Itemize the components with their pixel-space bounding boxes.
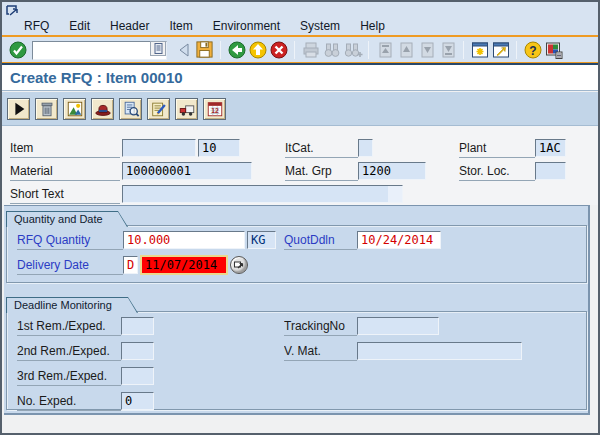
item-details-button[interactable]: [119, 98, 142, 120]
previous-page-button: [395, 39, 416, 60]
menu-edit[interactable]: Edit: [59, 17, 100, 35]
item-doc-field[interactable]: [122, 139, 196, 157]
rfq-quantity-field[interactable]: 10.000: [123, 231, 245, 249]
v-mat-label: V. Mat.: [284, 344, 357, 361]
short-text-field[interactable]: [122, 185, 403, 203]
quantity-and-date-tab: Quantity and Date: [6, 211, 128, 227]
delete-button[interactable]: [35, 98, 58, 120]
deadline-monitoring-tab: Deadline Monitoring: [6, 297, 138, 313]
toolbar-separator: [368, 41, 369, 59]
last-page-button: [437, 39, 458, 60]
magnifier-document-icon: [122, 100, 140, 118]
texts-button[interactable]: [147, 98, 170, 120]
date-category-field[interactable]: D: [123, 256, 138, 274]
back-button[interactable]: [226, 39, 247, 60]
stor-loc-field[interactable]: [535, 162, 566, 180]
menu-help[interactable]: Help: [350, 17, 395, 35]
rem3-label: 3rd Rem./Exped.: [17, 369, 121, 386]
find-button: [321, 39, 342, 60]
delivery-schedule-button[interactable]: 12: [203, 98, 226, 120]
left-triangle-icon: [177, 42, 191, 58]
material-field[interactable]: 100000001: [122, 162, 252, 180]
quot-ddln-label: QuotDdln: [284, 233, 357, 250]
check-circle-icon: [8, 40, 28, 60]
menu-bar: RFQ Edit Header Item Environment System …: [2, 16, 598, 35]
no-exped-label: No. Exped.: [17, 394, 121, 411]
itcat-label: ItCat.: [285, 141, 358, 158]
binoculars-icon: [322, 40, 342, 60]
tracking-no-label: TrackingNo: [284, 319, 357, 336]
list-icon: [154, 43, 163, 54]
no-exped-field[interactable]: 0: [121, 392, 154, 410]
trash-icon: [38, 100, 56, 118]
print-button: [300, 39, 321, 60]
enter-button[interactable]: [7, 39, 28, 60]
sap-window: RFQ Edit Header Item Environment System …: [0, 0, 600, 435]
next-item-button[interactable]: [7, 98, 30, 120]
next-item-icon: [10, 100, 28, 118]
tracking-no-field[interactable]: [357, 317, 439, 335]
item-number-field[interactable]: 10: [198, 139, 240, 157]
command-field-wrap: [32, 40, 167, 59]
delivery-address-button[interactable]: [175, 98, 198, 120]
mat-grp-field[interactable]: 1200: [358, 162, 426, 180]
shortcut-icon: [491, 40, 511, 60]
page-title: Create RFQ : Item 00010: [10, 69, 183, 86]
back-arrow-icon: [227, 40, 247, 60]
exit-button[interactable]: [247, 39, 268, 60]
help-button[interactable]: ?: [522, 39, 543, 60]
rem2-label: 2nd Rem./Exped.: [17, 344, 121, 361]
stor-loc-label: Stor. Loc.: [459, 164, 535, 181]
standard-toolbar: ?: [2, 37, 598, 62]
itcat-field[interactable]: [358, 139, 373, 157]
hat-icon: [94, 100, 112, 118]
menu-rfq[interactable]: RFQ: [14, 17, 59, 35]
menu-environment[interactable]: Environment: [203, 17, 290, 35]
command-dropdown-button[interactable]: [150, 41, 166, 56]
delivery-date-field[interactable]: 11/07/2014: [140, 255, 228, 275]
short-text-label: Short Text: [10, 187, 120, 204]
deadline-monitoring-groupbox: Deadline Monitoring 1st Rem./Exped. Trac…: [6, 311, 587, 410]
find-next-button: [342, 39, 363, 60]
command-input[interactable]: [32, 41, 167, 60]
picture-icon: [66, 100, 84, 118]
help-icon: ?: [523, 40, 543, 60]
customize-layout-button[interactable]: [543, 39, 564, 60]
new-session-button[interactable]: [469, 39, 490, 60]
rem1-field[interactable]: [121, 317, 154, 335]
header-details-button[interactable]: [91, 98, 114, 120]
save-button[interactable]: [194, 39, 215, 60]
new-session-icon: [470, 40, 490, 60]
toolbar-separator: [516, 41, 517, 59]
v-mat-field[interactable]: [357, 342, 522, 360]
plant-label: Plant: [459, 141, 535, 158]
create-shortcut-button[interactable]: [490, 39, 511, 60]
menu-header[interactable]: Header: [100, 17, 159, 35]
overview-button[interactable]: [63, 98, 86, 120]
rem2-field[interactable]: [121, 342, 154, 360]
application-toolbar: 12: [2, 92, 598, 126]
quantity-and-date-groupbox: Quantity and Date RFQ Quantity 10.000 KG…: [6, 225, 587, 283]
quot-ddln-field[interactable]: 10/24/2014: [357, 231, 441, 249]
rem1-label: 1st Rem./Exped.: [17, 319, 121, 336]
next-page-icon: [417, 40, 437, 60]
hide-command-button[interactable]: [173, 39, 194, 60]
pencil-note-icon: [150, 100, 168, 118]
rem3-field[interactable]: [121, 367, 154, 385]
unit-field[interactable]: KG: [247, 231, 276, 249]
rfq-quantity-label: RFQ Quantity: [17, 233, 123, 250]
plant-field[interactable]: 1AC: [535, 139, 566, 157]
date-matchcode-button[interactable]: [230, 256, 248, 274]
floppy-icon: [195, 40, 214, 59]
item-label: Item: [10, 141, 120, 158]
cancel-button[interactable]: [268, 39, 289, 60]
menu-system[interactable]: System: [290, 17, 350, 35]
printer-icon: [301, 40, 321, 60]
svg-text:12: 12: [211, 107, 219, 114]
menu-item[interactable]: Item: [159, 17, 202, 35]
next-page-button: [416, 39, 437, 60]
toolbar-separator: [294, 41, 295, 59]
possible-entries-icon: [234, 260, 244, 270]
system-menu-bar: [2, 2, 598, 16]
item-header-area: Item 10 ItCat. Plant 1AC Material 100000…: [2, 126, 598, 205]
